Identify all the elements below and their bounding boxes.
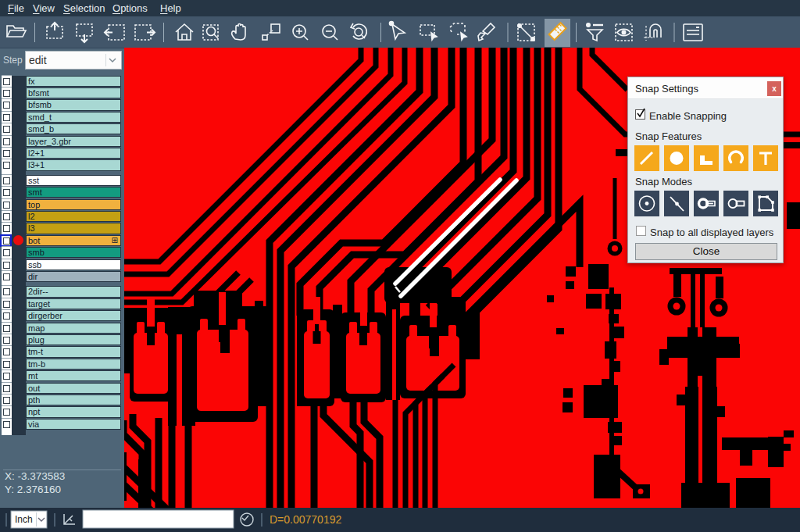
svg-text:Inch: Inch xyxy=(15,514,33,525)
svg-text:D=0.00770192: D=0.00770192 xyxy=(270,513,341,526)
